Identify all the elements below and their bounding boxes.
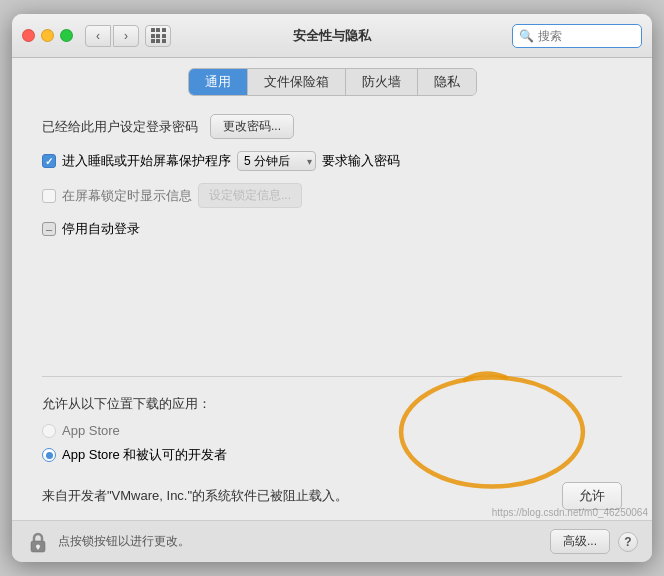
grid-view-button[interactable] xyxy=(145,25,171,47)
tab-firewall[interactable]: 防火墙 xyxy=(346,69,418,95)
sleep-label: 进入睡眠或开始屏幕保护程序 xyxy=(62,152,231,170)
main-content: 已经给此用户设定登录密码 更改密码... 进入睡眠或开始屏幕保护程序 5 分钟后… xyxy=(12,96,652,520)
titlebar: ‹ › 安全性与隐私 🔍 xyxy=(12,14,652,58)
minimize-button[interactable] xyxy=(41,29,54,42)
app-store-label: App Store xyxy=(62,423,120,438)
app-store-dev-radio[interactable] xyxy=(42,448,56,462)
change-password-button[interactable]: 更改密码... xyxy=(210,114,294,139)
download-section: 允许从以下位置下载的应用： App Store App Store 和被认可的开… xyxy=(42,395,622,464)
show-lock-row: 在屏幕锁定时显示信息 设定锁定信息... xyxy=(42,183,622,208)
app-store-dev-row: App Store 和被认可的开发者 xyxy=(42,446,622,464)
help-button[interactable]: ? xyxy=(618,532,638,552)
password-row: 已经给此用户设定登录密码 更改密码... xyxy=(42,114,622,139)
tabs-group: 通用 文件保险箱 防火墙 隐私 xyxy=(188,68,477,96)
search-box[interactable]: 🔍 xyxy=(512,24,642,48)
sleep-checkbox[interactable] xyxy=(42,154,56,168)
require-pwd-label: 要求输入密码 xyxy=(322,152,400,170)
sleep-time-select-wrapper: 5 分钟后 立即 1 分钟后 10 分钟后 xyxy=(237,151,316,171)
tab-filevault[interactable]: 文件保险箱 xyxy=(248,69,346,95)
close-button[interactable] xyxy=(22,29,35,42)
lock-icon-wrap[interactable] xyxy=(26,530,50,554)
advanced-button[interactable]: 高级... xyxy=(550,529,610,554)
app-store-radio[interactable] xyxy=(42,424,56,438)
maximize-button[interactable] xyxy=(60,29,73,42)
spacer xyxy=(42,250,622,358)
blocked-software-text: 来自开发者"VMware, Inc."的系统软件已被阻止载入。 xyxy=(42,487,550,505)
forward-button[interactable]: › xyxy=(113,25,139,47)
show-lock-label: 在屏幕锁定时显示信息 xyxy=(62,187,192,205)
password-label: 已经给此用户设定登录密码 xyxy=(42,118,198,136)
tabs-bar: 通用 文件保险箱 防火墙 隐私 xyxy=(12,58,652,96)
nav-buttons: ‹ › xyxy=(85,25,139,47)
svg-rect-3 xyxy=(37,546,39,549)
sleep-checkbox-row: 进入睡眠或开始屏幕保护程序 5 分钟后 立即 1 分钟后 10 分钟后 要求输入… xyxy=(42,151,622,171)
set-lock-msg-button: 设定锁定信息... xyxy=(198,183,302,208)
app-store-only-row: App Store xyxy=(42,423,622,438)
bottom-bar: 点按锁按钮以进行更改。 高级... ? xyxy=(12,520,652,562)
lock-icon xyxy=(28,530,48,554)
allow-button[interactable]: 允许 xyxy=(562,482,622,510)
tab-general[interactable]: 通用 xyxy=(189,69,248,95)
window-title: 安全性与隐私 xyxy=(293,27,371,45)
system-preferences-window: ‹ › 安全性与隐私 🔍 通用 文件保险箱 防火墙 隐私 已经给此用户设定登录 xyxy=(12,14,652,562)
show-lock-checkbox[interactable] xyxy=(42,189,56,203)
grid-icon xyxy=(151,28,166,43)
search-icon: 🔍 xyxy=(519,29,534,43)
auto-login-checkbox[interactable] xyxy=(42,222,56,236)
blocked-software-row: 来自开发者"VMware, Inc."的系统软件已被阻止载入。 允许 xyxy=(42,482,622,510)
sleep-time-select[interactable]: 5 分钟后 立即 1 分钟后 10 分钟后 xyxy=(237,151,316,171)
search-input[interactable] xyxy=(538,29,635,43)
traffic-lights xyxy=(22,29,73,42)
auto-login-label: 停用自动登录 xyxy=(62,220,140,238)
download-label: 允许从以下位置下载的应用： xyxy=(42,395,622,413)
bottom-hint-text: 点按锁按钮以进行更改。 xyxy=(58,533,542,550)
back-button[interactable]: ‹ xyxy=(85,25,111,47)
section-divider xyxy=(42,376,622,377)
tab-privacy[interactable]: 隐私 xyxy=(418,69,476,95)
app-store-dev-label: App Store 和被认可的开发者 xyxy=(62,446,227,464)
auto-login-row: 停用自动登录 xyxy=(42,220,622,238)
